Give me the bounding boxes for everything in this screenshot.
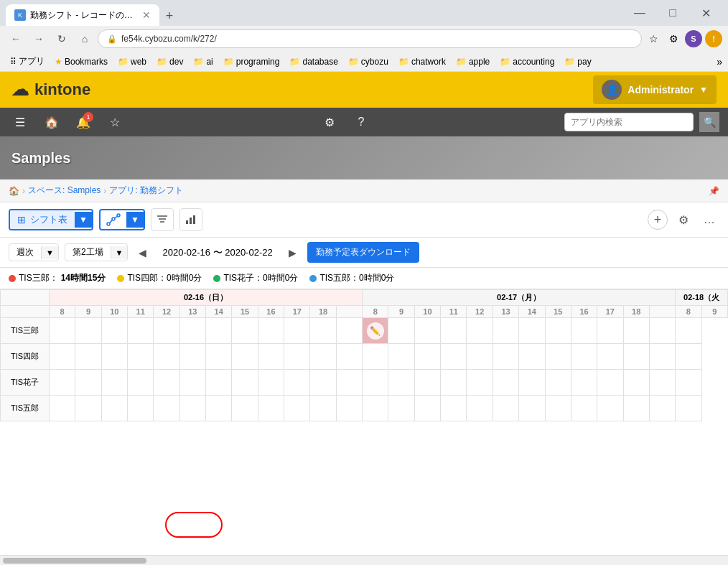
cell[interactable] bbox=[571, 370, 597, 396]
cell[interactable] bbox=[676, 370, 701, 396]
cell[interactable] bbox=[545, 344, 571, 370]
cell[interactable] bbox=[597, 370, 623, 396]
cell[interactable] bbox=[623, 344, 649, 370]
cell[interactable] bbox=[388, 370, 414, 396]
cell[interactable] bbox=[179, 318, 205, 344]
cell[interactable] bbox=[128, 370, 154, 396]
bookmark-item-chatwork[interactable]: 📁 chatwork bbox=[394, 55, 450, 68]
cell[interactable] bbox=[154, 370, 179, 396]
cell[interactable] bbox=[571, 318, 597, 344]
forward-button[interactable]: → bbox=[29, 29, 49, 49]
cell[interactable] bbox=[310, 318, 336, 344]
help-button[interactable]: ? bbox=[350, 111, 373, 134]
cell[interactable] bbox=[597, 344, 623, 370]
user-avatar[interactable]: S bbox=[685, 30, 702, 47]
cell[interactable] bbox=[336, 396, 362, 421]
cell[interactable] bbox=[49, 370, 75, 396]
active-tab[interactable]: K 勤務シフト - レコードの一覧 ✕ bbox=[6, 4, 159, 26]
cell[interactable] bbox=[206, 318, 232, 344]
cell[interactable] bbox=[597, 318, 623, 344]
cell[interactable] bbox=[179, 370, 205, 396]
cell[interactable] bbox=[493, 396, 518, 421]
cell[interactable] bbox=[258, 396, 284, 421]
cell[interactable] bbox=[232, 318, 258, 344]
cell[interactable] bbox=[75, 370, 101, 396]
cell[interactable] bbox=[545, 318, 571, 344]
bookmark-item-accounting[interactable]: 📁 accounting bbox=[495, 55, 559, 68]
cell[interactable] bbox=[75, 396, 101, 421]
cell[interactable] bbox=[206, 344, 232, 370]
bookmark-item-web[interactable]: 📁 web bbox=[113, 55, 151, 68]
pin-icon[interactable]: 📌 bbox=[709, 186, 719, 196]
cell[interactable] bbox=[101, 370, 127, 396]
cell[interactable] bbox=[363, 344, 388, 370]
cell[interactable] bbox=[258, 318, 284, 344]
cell[interactable] bbox=[441, 344, 467, 370]
notify-icon[interactable]: ! bbox=[705, 30, 722, 47]
cell[interactable] bbox=[101, 344, 127, 370]
back-button[interactable]: ← bbox=[6, 29, 26, 49]
calendar-container[interactable]: 02-16（日） 02-17（月） 02-18（火 8 9 10 11 12 1… bbox=[0, 289, 728, 555]
cell[interactable] bbox=[49, 396, 75, 421]
cell[interactable] bbox=[336, 344, 362, 370]
home-button[interactable]: ⌂ bbox=[75, 29, 95, 49]
cell[interactable] bbox=[441, 396, 467, 421]
cell[interactable] bbox=[232, 396, 258, 421]
home-nav-button[interactable]: 🏠 bbox=[40, 111, 63, 134]
download-button[interactable]: 勤務予定表ダウンロード bbox=[307, 242, 419, 263]
cell[interactable] bbox=[623, 396, 649, 421]
cell[interactable] bbox=[388, 396, 414, 421]
minimize-button[interactable]: — bbox=[623, 0, 656, 26]
cell[interactable] bbox=[519, 344, 545, 370]
period-dropdown-button[interactable]: ▼ bbox=[41, 246, 58, 259]
bookmark-item-apple[interactable]: 📁 apple bbox=[452, 55, 494, 68]
reload-button[interactable]: ↻ bbox=[52, 29, 72, 49]
settings-icon-button[interactable]: ⚙ bbox=[665, 30, 682, 47]
close-button[interactable]: ✕ bbox=[689, 0, 722, 26]
factory-selector[interactable]: 第2工場 ▼ bbox=[65, 243, 129, 261]
cell[interactable] bbox=[258, 344, 284, 370]
new-tab-button[interactable]: + bbox=[159, 6, 179, 26]
cell[interactable] bbox=[284, 344, 310, 370]
breadcrumb-home-icon[interactable]: 🏠 bbox=[9, 186, 19, 196]
hamburger-menu-button[interactable]: ☰ bbox=[9, 111, 32, 134]
bookmark-item-cybozu[interactable]: 📁 cybozu bbox=[344, 55, 393, 68]
cell[interactable] bbox=[49, 318, 75, 344]
cell[interactable] bbox=[414, 318, 440, 344]
cell[interactable] bbox=[128, 344, 154, 370]
breadcrumb-app-link[interactable]: アプリ: 勤務シフト bbox=[109, 185, 183, 197]
view-selector[interactable]: ⊞ シフト表 ▼ bbox=[9, 209, 93, 230]
cell[interactable] bbox=[179, 344, 205, 370]
cell[interactable] bbox=[649, 344, 675, 370]
more-bookmarks-button[interactable]: » bbox=[717, 56, 722, 67]
cell[interactable] bbox=[336, 318, 362, 344]
cell[interactable] bbox=[154, 318, 179, 344]
add-record-button[interactable]: + bbox=[648, 210, 668, 230]
cell[interactable] bbox=[519, 396, 545, 421]
cell[interactable] bbox=[363, 370, 388, 396]
cell[interactable] bbox=[623, 318, 649, 344]
cell[interactable] bbox=[310, 344, 336, 370]
scroll-thumb[interactable] bbox=[3, 558, 146, 564]
cell[interactable] bbox=[676, 396, 701, 421]
task-cell[interactable]: ✏️ bbox=[363, 318, 388, 344]
maximize-button[interactable]: □ bbox=[656, 0, 689, 26]
cell[interactable] bbox=[101, 396, 127, 421]
view-dropdown-button[interactable]: ▼ bbox=[75, 212, 92, 228]
settings-button[interactable]: ⚙ bbox=[673, 210, 694, 230]
cell[interactable] bbox=[154, 396, 179, 421]
horizontal-scrollbar[interactable] bbox=[0, 555, 728, 565]
cell[interactable] bbox=[493, 370, 518, 396]
cell[interactable] bbox=[545, 396, 571, 421]
bookmark-item-pay[interactable]: 📁 pay bbox=[560, 55, 595, 68]
cell[interactable] bbox=[284, 370, 310, 396]
prev-period-button[interactable]: ◀ bbox=[134, 244, 151, 261]
cell[interactable] bbox=[128, 396, 154, 421]
cell[interactable] bbox=[232, 344, 258, 370]
cell[interactable] bbox=[336, 370, 362, 396]
cell[interactable] bbox=[676, 344, 701, 370]
apps-button[interactable]: ⠿ アプリ bbox=[6, 54, 49, 69]
cell[interactable] bbox=[363, 396, 388, 421]
cell[interactable] bbox=[649, 318, 675, 344]
settings-nav-button[interactable]: ⚙ bbox=[318, 111, 341, 134]
